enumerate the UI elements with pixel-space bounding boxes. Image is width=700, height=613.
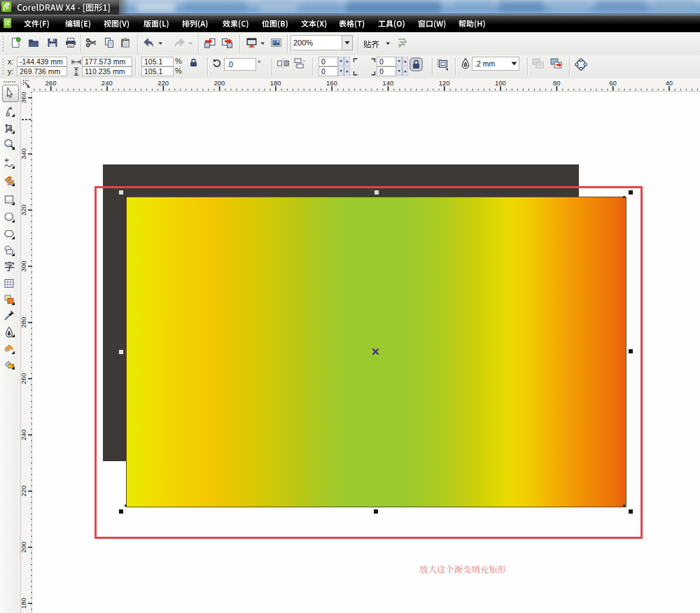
svg-text:240: 240 (102, 79, 113, 87)
svg-text:120: 120 (439, 79, 450, 87)
svg-text:260: 260 (46, 79, 57, 87)
svg-text:200: 200 (214, 79, 225, 87)
svg-text:220: 220 (158, 79, 169, 87)
svg-text:280: 280 (21, 317, 27, 328)
svg-text:180: 180 (21, 598, 27, 609)
svg-text:320: 320 (21, 204, 27, 216)
svg-text:80: 80 (553, 79, 561, 87)
svg-text:200: 200 (21, 542, 27, 553)
svg-text:60: 60 (609, 79, 617, 87)
svg-text:40: 40 (666, 79, 673, 87)
svg-text:240: 240 (21, 429, 27, 440)
svg-text:260: 260 (21, 373, 27, 384)
svg-text:300: 300 (21, 260, 27, 272)
svg-text:360: 360 (21, 92, 27, 104)
svg-text:220: 220 (21, 486, 27, 497)
svg-text:340: 340 (21, 148, 27, 160)
svg-text:140: 140 (382, 79, 393, 87)
svg-text:160: 160 (326, 79, 337, 87)
svg-text:180: 180 (270, 79, 281, 87)
svg-text:100: 100 (495, 79, 506, 87)
